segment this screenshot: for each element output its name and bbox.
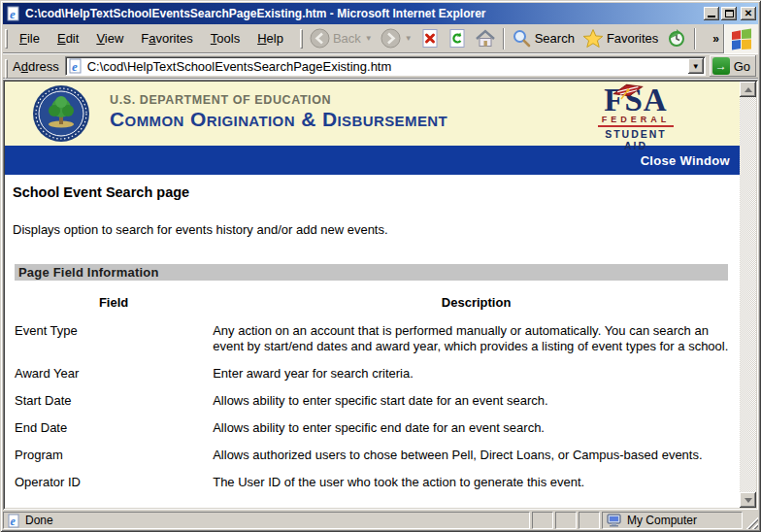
toolbar-separator-2 bbox=[694, 28, 696, 50]
scroll-up-icon bbox=[744, 87, 752, 92]
rebar: File Edit View Favorites Tools Help Back… bbox=[3, 24, 758, 53]
maximize-icon bbox=[725, 10, 734, 17]
field-name: Award Year bbox=[15, 366, 213, 382]
field-description: Enter award year for search criteria. bbox=[213, 366, 740, 382]
status-message-pane: e Done bbox=[3, 512, 530, 529]
ie-status-icon: e bbox=[7, 514, 21, 528]
back-icon bbox=[310, 28, 330, 49]
svg-text:e: e bbox=[72, 59, 78, 74]
page-title: School Event Search page bbox=[13, 184, 740, 200]
fsa-federal: FEDERAL bbox=[598, 115, 674, 127]
table-row: Operator ID The User ID of the user who … bbox=[5, 475, 740, 490]
vertical-scrollbar[interactable] bbox=[740, 82, 756, 508]
favorites-star-icon bbox=[582, 28, 604, 49]
field-name: Operator ID bbox=[15, 475, 213, 490]
status-bar: e Done My Computer bbox=[3, 510, 758, 529]
field-name: Program bbox=[15, 448, 213, 463]
column-header-field: Field bbox=[15, 295, 213, 310]
column-header-description: Description bbox=[213, 295, 740, 310]
field-description: The User ID of the user who took the act… bbox=[213, 475, 740, 490]
field-name: Event Type bbox=[15, 323, 213, 354]
zone-text: My Computer bbox=[627, 514, 697, 527]
address-band-grip[interactable] bbox=[5, 59, 8, 79]
toolbar-band-grip[interactable] bbox=[300, 29, 303, 49]
page-intro: Displays option to search for events his… bbox=[13, 222, 740, 237]
stop-button[interactable] bbox=[416, 25, 444, 52]
menu-view[interactable]: View bbox=[87, 27, 132, 50]
table-row: Program Allows authorized users to chose… bbox=[5, 448, 740, 463]
search-button[interactable]: Search bbox=[508, 25, 579, 52]
field-name: End Date bbox=[15, 420, 213, 436]
browser-window: e C:\cod\HelpTextSchoolEventsSearchPageE… bbox=[0, 0, 761, 532]
resize-grip[interactable] bbox=[744, 512, 758, 529]
address-value: C:\cod\HelpTextSchoolEventsSearchPageExi… bbox=[87, 59, 688, 74]
back-dropdown-icon[interactable]: ▼ bbox=[365, 34, 373, 43]
dept-of-education-seal bbox=[32, 84, 90, 143]
field-table: Event Type Any action on an account that… bbox=[5, 323, 740, 490]
status-pane-2 bbox=[555, 512, 577, 529]
scroll-up-button[interactable] bbox=[740, 82, 756, 97]
close-button[interactable]: ✕ bbox=[741, 7, 756, 20]
brand-line: Common Origination & Disbursement bbox=[110, 108, 447, 131]
forward-icon bbox=[380, 28, 401, 49]
help-page: U.S. DEPARTMENT OF EDUCATION Common Orig… bbox=[5, 82, 740, 508]
history-icon bbox=[666, 28, 687, 49]
toolbar-chevron-icon[interactable]: » bbox=[709, 32, 723, 46]
minimize-icon bbox=[708, 16, 715, 17]
forward-dropdown-icon[interactable]: ▼ bbox=[405, 34, 413, 43]
field-description: Allows ability to enter specific start d… bbox=[213, 393, 740, 409]
address-input[interactable]: e C:\cod\HelpTextSchoolEventsSearchPageE… bbox=[65, 56, 706, 76]
home-button[interactable] bbox=[471, 25, 500, 52]
forward-button[interactable]: ▼ bbox=[377, 25, 416, 52]
search-icon bbox=[512, 28, 532, 49]
field-description: Allows ability to enter specific end dat… bbox=[213, 420, 740, 436]
field-name: Start Date bbox=[15, 393, 213, 409]
menu-edit[interactable]: Edit bbox=[49, 27, 87, 50]
back-button[interactable]: Back ▼ bbox=[306, 25, 377, 52]
dept-line: U.S. DEPARTMENT OF EDUCATION bbox=[110, 93, 447, 107]
refresh-icon bbox=[447, 28, 467, 49]
status-pane-3 bbox=[579, 512, 600, 529]
agency-titles: U.S. DEPARTMENT OF EDUCATION Common Orig… bbox=[110, 93, 447, 131]
go-arrow-icon: → bbox=[712, 57, 730, 75]
security-zone-pane: My Computer bbox=[602, 512, 743, 529]
menu-favorites[interactable]: Favorites bbox=[132, 27, 201, 50]
svg-text:e: e bbox=[10, 7, 16, 21]
close-icon: ✕ bbox=[744, 9, 752, 18]
title-bar[interactable]: e C:\cod\HelpTextSchoolEventsSearchPageE… bbox=[3, 3, 758, 24]
table-column-headers: Field Description bbox=[5, 295, 740, 310]
menu-help[interactable]: Help bbox=[248, 27, 292, 50]
table-row: Event Type Any action on an account that… bbox=[5, 323, 740, 354]
fsa-logo: FSA FEDERAL STUDENT AID bbox=[598, 83, 674, 151]
table-row: Award Year Enter award year for search c… bbox=[5, 366, 740, 382]
toolbar: Back ▼ ▼ bbox=[306, 24, 723, 52]
menu-file[interactable]: File bbox=[11, 27, 49, 50]
browser-viewport: U.S. DEPARTMENT OF EDUCATION Common Orig… bbox=[3, 80, 758, 510]
address-dropdown-button[interactable]: ▼ bbox=[688, 58, 704, 74]
refresh-button[interactable] bbox=[444, 25, 471, 52]
status-pane-1 bbox=[532, 512, 553, 529]
close-window-link[interactable]: Close Window bbox=[641, 153, 740, 168]
scroll-down-button[interactable] bbox=[740, 492, 756, 508]
menu-band-grip[interactable] bbox=[5, 29, 8, 49]
scroll-down-icon bbox=[744, 498, 752, 503]
address-bar: Address e C:\cod\HelpTextSchoolEventsSea… bbox=[3, 54, 758, 79]
resize-grip-icon bbox=[746, 517, 758, 529]
history-button[interactable] bbox=[662, 25, 691, 52]
status-text: Done bbox=[25, 514, 53, 527]
fsa-student-aid: STUDENT AID bbox=[598, 128, 674, 151]
ie-page-icon-small: e bbox=[68, 58, 83, 74]
windows-logo-throbber bbox=[723, 24, 758, 53]
go-button[interactable]: → Go bbox=[710, 55, 756, 77]
menu-bar: File Edit View Favorites Tools Help bbox=[11, 24, 292, 52]
svg-text:e: e bbox=[11, 515, 17, 528]
favorites-button[interactable]: Favorites bbox=[579, 25, 662, 52]
toolbar-separator bbox=[503, 28, 505, 50]
menu-tools[interactable]: Tools bbox=[202, 27, 248, 50]
table-row: Start Date Allows ability to enter speci… bbox=[5, 393, 740, 409]
minimize-button[interactable] bbox=[704, 7, 719, 20]
maximize-button[interactable] bbox=[721, 7, 737, 20]
my-computer-icon bbox=[607, 514, 622, 527]
site-header: U.S. DEPARTMENT OF EDUCATION Common Orig… bbox=[5, 82, 740, 146]
section-header: Page Field Information bbox=[15, 264, 728, 281]
